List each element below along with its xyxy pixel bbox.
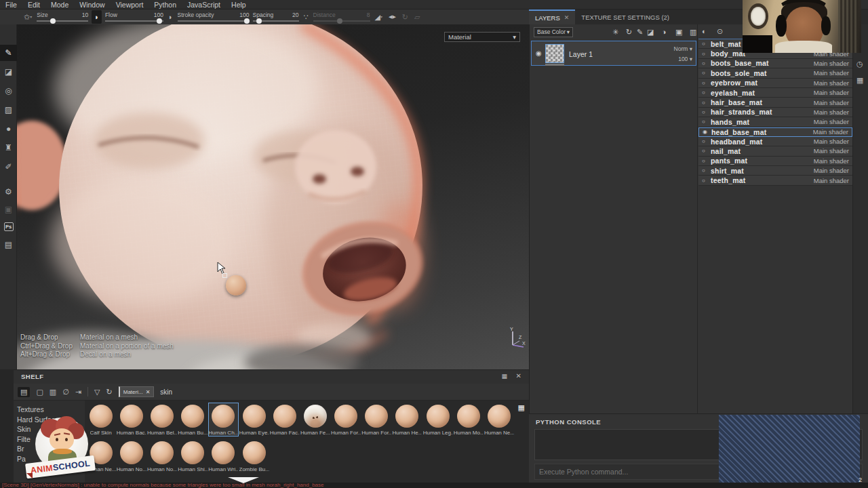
- fill-layer-icon[interactable]: ◪: [647, 28, 654, 37]
- close-icon[interactable]: ✕: [146, 389, 151, 395]
- menu-item[interactable]: Mode: [51, 0, 68, 9]
- brush-tip-2-button[interactable]: ◗: [167, 10, 174, 24]
- brush-preset-button[interactable]: ✩▾: [22, 10, 33, 24]
- grid-panel-icon[interactable]: ▦: [856, 76, 863, 85]
- projection-tool-icon[interactable]: ◎: [0, 83, 17, 99]
- material-swatch[interactable]: Human For...: [331, 403, 361, 436]
- menu-item[interactable]: Python: [154, 0, 176, 9]
- eraser-tool-icon[interactable]: ◪: [0, 64, 17, 80]
- material-swatch[interactable]: Human For...: [361, 403, 392, 436]
- texture-set-row[interactable]: ○ headband_mat Main shader: [698, 137, 852, 146]
- material-sphere[interactable]: [120, 405, 143, 428]
- material-ball-icon[interactable]: ◐: [702, 27, 707, 35]
- dragged-material-sphere[interactable]: [226, 275, 246, 296]
- flow-value[interactable]: 100: [154, 12, 163, 18]
- shelf-category-item[interactable]: Textures: [17, 405, 85, 415]
- paint-tool-icon[interactable]: ✎: [0, 45, 17, 61]
- polygon-fill-tool-icon[interactable]: ▨: [0, 102, 17, 118]
- symmetry-button[interactable]: ◀▶: [387, 10, 397, 24]
- dock-icon[interactable]: ▦: [501, 373, 507, 380]
- material-sphere[interactable]: [273, 405, 296, 428]
- material-swatch[interactable]: Human Bac...: [116, 403, 146, 436]
- material-sphere[interactable]: [151, 441, 174, 464]
- material-swatch[interactable]: Human No...: [146, 439, 177, 473]
- material-sphere[interactable]: [334, 405, 357, 428]
- material-swatch[interactable]: Human Ch...: [208, 403, 239, 436]
- material-sphere[interactable]: [457, 405, 480, 428]
- stroke-opacity-slider[interactable]: [178, 20, 250, 22]
- material-swatch[interactable]: Human Fe...: [300, 403, 330, 436]
- texture-set-row[interactable]: ○ hands_mat Main shader: [698, 117, 852, 127]
- tab-layers[interactable]: LAYERS✕: [529, 9, 575, 24]
- document-resources-icon[interactable]: ▤: [0, 237, 17, 253]
- material-sphere[interactable]: [151, 405, 174, 428]
- material-swatch[interactable]: Human Bu...: [178, 403, 208, 436]
- new-shelf-icon[interactable]: ▢: [36, 388, 43, 396]
- texture-set-row[interactable]: ○ nail_mat Main shader: [698, 146, 852, 156]
- material-picker-tool-icon[interactable]: ✐: [0, 159, 17, 175]
- import-icon[interactable]: ⇥: [75, 388, 81, 396]
- material-swatch[interactable]: Human Wri...: [208, 439, 239, 473]
- flow-slider[interactable]: [105, 20, 163, 22]
- material-swatch[interactable]: Zombie Bu...: [239, 439, 269, 473]
- list-view-icon[interactable]: ▥: [50, 388, 56, 396]
- layer-thumbnail[interactable]: [545, 44, 564, 63]
- menu-item[interactable]: Edit: [28, 0, 40, 9]
- material-sphere[interactable]: [488, 405, 511, 428]
- close-icon[interactable]: ✕: [516, 372, 521, 380]
- smart-material-icon[interactable]: ◑: [662, 28, 667, 36]
- tab-texture-set-settings[interactable]: TEXTURE SET SETTINGS (2): [575, 9, 675, 24]
- material-swatch[interactable]: Human Bel...: [146, 403, 177, 436]
- filter-tag-chip[interactable]: Materi...✕: [119, 386, 155, 397]
- visibility-eye-icon[interactable]: ◉: [536, 49, 542, 57]
- folder-icon[interactable]: ▣: [675, 28, 682, 37]
- stroke-opacity-slider-group[interactable]: Stroke opacity100: [178, 10, 250, 24]
- falloff-curve-button[interactable]: ◢▾: [374, 10, 384, 24]
- texture-set-row[interactable]: ○ eyelash_mat Main shader: [698, 88, 852, 98]
- texture-set-row[interactable]: ○ shirt_mat Main shader: [698, 166, 852, 176]
- menu-item[interactable]: JavaScript: [187, 0, 220, 9]
- menu-item[interactable]: Help: [231, 0, 246, 9]
- layer-name[interactable]: Layer 1: [569, 50, 593, 58]
- viewport-mode-select[interactable]: Material▾: [444, 32, 520, 42]
- history-clock-icon[interactable]: ◷: [856, 60, 863, 68]
- material-sphere[interactable]: [365, 405, 388, 428]
- material-swatch[interactable]: Human Eye...: [239, 403, 269, 436]
- texture-set-row[interactable]: ○ boots_sole_mat Main shader: [698, 68, 852, 78]
- material-sphere[interactable]: [427, 405, 450, 428]
- texture-set-row[interactable]: ○ teeth_mat Main shader: [698, 176, 852, 185]
- size-value[interactable]: 10: [82, 12, 88, 18]
- hide-icon[interactable]: ∅: [62, 388, 69, 396]
- texture-set-row[interactable]: ○ pants_mat Main shader: [698, 157, 852, 166]
- adjustment-icon[interactable]: ↻: [626, 28, 632, 37]
- brush-tip-button[interactable]: ◗: [92, 10, 102, 24]
- opacity-select[interactable]: 100 ▾: [678, 56, 692, 62]
- material-settings-icon[interactable]: ⚙: [0, 184, 17, 200]
- menu-item[interactable]: Window: [79, 0, 104, 9]
- grid-view-icon[interactable]: ▦: [518, 403, 525, 412]
- material-sphere[interactable]: [243, 405, 266, 428]
- size-slider-group[interactable]: Size10: [37, 10, 88, 24]
- material-sphere[interactable]: [395, 405, 418, 428]
- material-swatch[interactable]: Human He...: [392, 403, 422, 436]
- material-sphere[interactable]: [120, 441, 143, 464]
- visibility-eye-icon[interactable]: ⊙: [717, 27, 723, 36]
- flow-slider-group[interactable]: Flow100: [105, 10, 163, 24]
- size-slider[interactable]: [37, 20, 88, 22]
- 3d-viewport[interactable]: Material▾ Drag & DropMaterial on a meshC…: [17, 24, 529, 369]
- blend-mode-select[interactable]: Norm ▾: [674, 45, 692, 52]
- stroke-opacity-value[interactable]: 100: [239, 12, 249, 18]
- material-sphere[interactable]: [212, 441, 235, 464]
- clone-tool-icon[interactable]: ♜: [0, 140, 17, 156]
- shelf-search-input[interactable]: [160, 388, 221, 396]
- spacing-value[interactable]: 20: [292, 12, 298, 18]
- material-swatch[interactable]: Human Leg...: [422, 403, 453, 436]
- effects-wand-icon[interactable]: ✳: [612, 28, 618, 37]
- texture-set-row[interactable]: ◉ head_base_mat Main shader: [698, 127, 852, 137]
- material-swatch[interactable]: Human Mo...: [453, 403, 484, 436]
- material-swatch[interactable]: Human Ne...: [484, 403, 514, 436]
- material-sphere[interactable]: [304, 405, 327, 428]
- material-sphere[interactable]: [212, 405, 235, 428]
- close-icon[interactable]: ✕: [564, 14, 570, 21]
- filter-icon[interactable]: ▽: [94, 388, 100, 396]
